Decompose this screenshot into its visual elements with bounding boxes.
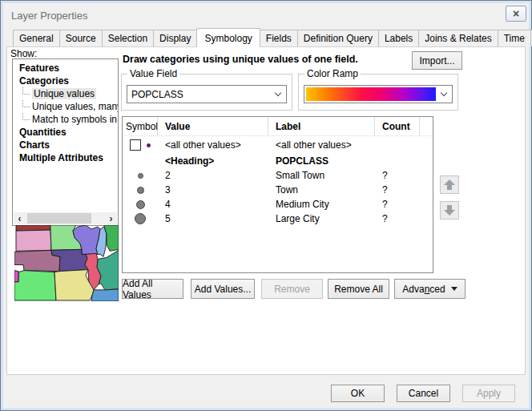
tree-branch-icon (22, 87, 30, 95)
show-item-multiple-attributes[interactable]: Multiple Attributes (13, 151, 118, 164)
tab-selection[interactable]: Selection (102, 30, 154, 46)
symbol-table: Symbol Value Label Count <all other valu… (122, 116, 433, 273)
chevron-down-icon (275, 90, 281, 96)
value-field-dropdown[interactable]: POPCLASS (127, 85, 287, 103)
table-row[interactable]: 3 Town ? (123, 183, 433, 197)
show-item-match-symbols[interactable]: Match to symbols in a (13, 113, 118, 126)
point-symbol-icon[interactable] (137, 187, 144, 194)
close-button[interactable]: × (506, 6, 526, 22)
tab-joins-relates[interactable]: Joins & Relates (418, 30, 498, 46)
tab-definition-query[interactable]: Definition Query (297, 30, 379, 46)
scroll-right-icon[interactable]: › (105, 212, 117, 224)
cancel-button[interactable]: Cancel (397, 385, 450, 402)
color-ramp-gradient (306, 87, 436, 101)
point-symbol-icon[interactable] (138, 173, 143, 179)
chevron-down-icon (441, 90, 447, 96)
remove-button[interactable]: Remove (261, 279, 323, 299)
add-all-values-button[interactable]: Add All Values (122, 279, 183, 299)
table-row[interactable]: 2 Small Town ? (123, 168, 433, 183)
show-item-categories[interactable]: Categories (13, 75, 118, 87)
map-region (54, 270, 94, 300)
panel-instruction: Draw categories using unique values of o… (123, 54, 358, 65)
value-field-selected: POPCLASS (127, 89, 270, 100)
dialog-body: Layer Properties × General Source Select… (3, 3, 529, 408)
show-item-unique-values-many[interactable]: Unique values, many (13, 100, 118, 113)
show-item-unique-values[interactable]: Unique values (13, 87, 118, 100)
tree-branch-icon (22, 100, 30, 107)
horizontal-scrollbar[interactable]: ‹ › (14, 212, 117, 224)
tab-symbology[interactable]: Symbology (196, 28, 260, 47)
show-list: Features Categories Unique values Unique… (12, 58, 119, 226)
map-preview (14, 225, 119, 301)
map-region (14, 271, 18, 282)
arrow-up-icon (444, 179, 455, 190)
move-up-button[interactable] (440, 175, 459, 194)
apply-button[interactable]: Apply (462, 385, 515, 402)
point-symbol-icon[interactable] (136, 200, 145, 209)
add-values-button[interactable]: Add Values... (191, 279, 255, 299)
tab-source[interactable]: Source (59, 30, 103, 46)
color-ramp-label: Color Ramp (304, 68, 361, 79)
arrow-down-icon (444, 205, 455, 216)
table-row[interactable]: <Heading> POPCLASS (123, 154, 433, 168)
tab-time[interactable]: Time (498, 30, 531, 46)
map-region (14, 271, 56, 300)
tab-fields[interactable]: Fields (260, 30, 298, 46)
table-row[interactable]: 5 Large City ? (123, 212, 433, 226)
tab-bar: General Source Selection Display Symbolo… (13, 28, 526, 46)
value-field-group: Value Field POPCLASS (121, 74, 292, 111)
layer-properties-dialog: Layer Properties × General Source Select… (0, 0, 532, 411)
tab-general[interactable]: General (13, 30, 60, 46)
table-row[interactable]: 4 Medium City ? (123, 197, 433, 212)
table-row[interactable]: <all other values> <all other values> (123, 136, 433, 154)
color-ramp-group: Color Ramp (298, 74, 458, 111)
map-region (16, 230, 51, 251)
show-label: Show: (10, 48, 37, 59)
point-symbol-icon[interactable] (135, 213, 146, 224)
map-region (104, 225, 119, 251)
show-item-charts[interactable]: Charts (13, 139, 118, 151)
tab-display[interactable]: Display (153, 30, 197, 46)
all-other-values-checkbox[interactable] (130, 139, 141, 151)
menu-arrow-icon (451, 287, 457, 291)
symbol-table-header: Symbol Value Label Count (123, 117, 433, 136)
tab-labels[interactable]: Labels (378, 30, 419, 46)
column-header-count[interactable]: Count (375, 117, 420, 135)
value-field-label: Value Field (127, 68, 179, 79)
show-item-features[interactable]: Features (13, 62, 118, 75)
scroll-left-icon[interactable]: ‹ (14, 212, 26, 224)
column-header-label[interactable]: Label (268, 117, 375, 135)
column-header-symbol[interactable]: Symbol (123, 117, 158, 135)
map-region (97, 250, 119, 290)
column-header-value[interactable]: Value (158, 117, 268, 135)
import-button[interactable]: Import... (412, 51, 462, 70)
all-other-values-symbol-icon[interactable] (147, 143, 151, 147)
map-region (91, 289, 119, 301)
column-header-filler (420, 117, 433, 135)
ok-button[interactable]: OK (331, 385, 385, 402)
window-title: Layer Properties (11, 10, 87, 22)
remove-all-button[interactable]: Remove All (328, 279, 389, 299)
show-item-quantities[interactable]: Quantities (13, 126, 118, 139)
color-ramp-dropdown[interactable] (304, 85, 453, 103)
move-down-button[interactable] (440, 201, 459, 220)
advanced-menu-button[interactable]: Advanced (394, 279, 466, 299)
symbology-tab-page: Show: Features Categories Unique values … (6, 46, 526, 375)
close-icon: × (513, 7, 519, 20)
scrollbar-thumb[interactable] (27, 213, 91, 224)
tree-branch-icon (22, 113, 30, 120)
